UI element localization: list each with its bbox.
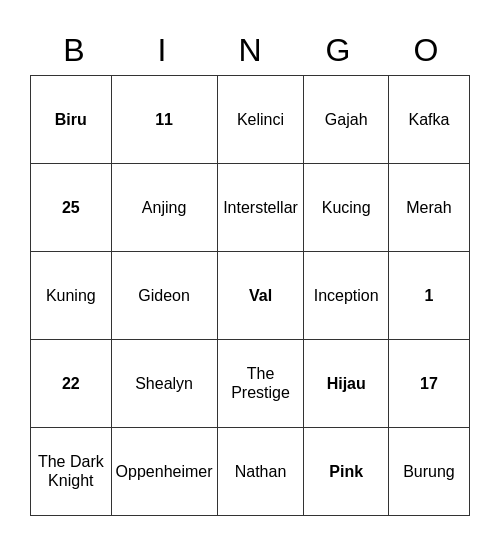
bingo-grid: Biru11KelinciGajahKafka25AnjingInterstel… bbox=[30, 75, 470, 516]
bingo-cell: The Prestige bbox=[217, 339, 304, 427]
table-row: The Dark KnightOppenheimerNathanPinkBuru… bbox=[31, 427, 470, 515]
bingo-cell: Nathan bbox=[217, 427, 304, 515]
bingo-header: BINGO bbox=[30, 28, 470, 73]
bingo-cell: Pink bbox=[304, 427, 388, 515]
bingo-cell: Anjing bbox=[111, 163, 217, 251]
bingo-cell: Shealyn bbox=[111, 339, 217, 427]
header-letter: G bbox=[294, 28, 382, 73]
bingo-cell: Kafka bbox=[388, 75, 469, 163]
bingo-cell: Oppenheimer bbox=[111, 427, 217, 515]
table-row: KuningGideonValInception1 bbox=[31, 251, 470, 339]
bingo-cell: The Dark Knight bbox=[31, 427, 112, 515]
header-letter: B bbox=[30, 28, 118, 73]
bingo-cell: Merah bbox=[388, 163, 469, 251]
bingo-cell: 22 bbox=[31, 339, 112, 427]
bingo-cell: 25 bbox=[31, 163, 112, 251]
bingo-cell: Gideon bbox=[111, 251, 217, 339]
bingo-cell: Kuning bbox=[31, 251, 112, 339]
bingo-cell: 11 bbox=[111, 75, 217, 163]
header-letter: O bbox=[382, 28, 470, 73]
bingo-cell: Burung bbox=[388, 427, 469, 515]
bingo-cell: Kucing bbox=[304, 163, 388, 251]
header-letter: N bbox=[206, 28, 294, 73]
bingo-cell: Hijau bbox=[304, 339, 388, 427]
bingo-cell: Kelinci bbox=[217, 75, 304, 163]
bingo-cell: 17 bbox=[388, 339, 469, 427]
header-letter: I bbox=[118, 28, 206, 73]
bingo-cell: 1 bbox=[388, 251, 469, 339]
bingo-cell: Inception bbox=[304, 251, 388, 339]
bingo-cell: Val bbox=[217, 251, 304, 339]
bingo-cell: Gajah bbox=[304, 75, 388, 163]
bingo-card: BINGO Biru11KelinciGajahKafka25AnjingInt… bbox=[20, 18, 480, 526]
table-row: 25AnjingInterstellarKucingMerah bbox=[31, 163, 470, 251]
table-row: 22ShealynThe PrestigeHijau17 bbox=[31, 339, 470, 427]
table-row: Biru11KelinciGajahKafka bbox=[31, 75, 470, 163]
bingo-cell: Biru bbox=[31, 75, 112, 163]
bingo-cell: Interstellar bbox=[217, 163, 304, 251]
